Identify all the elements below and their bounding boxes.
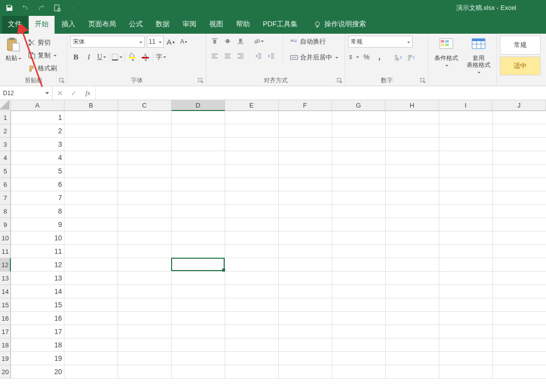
cell[interactable]	[279, 365, 332, 379]
tab-help[interactable]: 帮助	[230, 16, 256, 34]
cell[interactable]	[332, 365, 386, 379]
cell[interactable]	[172, 178, 225, 191]
cell[interactable]	[279, 298, 332, 312]
cell[interactable]	[439, 205, 493, 218]
merge-center-button[interactable]: 合并后居中	[289, 52, 339, 63]
cell[interactable]	[386, 205, 439, 218]
row-header[interactable]: 17	[0, 325, 11, 338]
cell[interactable]	[332, 178, 386, 191]
cell[interactable]	[172, 258, 225, 272]
cell[interactable]	[64, 218, 118, 231]
cell[interactable]	[332, 352, 386, 365]
cell[interactable]	[64, 111, 118, 124]
cell[interactable]	[118, 124, 172, 138]
row-header[interactable]: 1	[0, 111, 11, 124]
cell[interactable]	[64, 231, 118, 245]
conditional-format-button[interactable]: 条件格式	[431, 36, 461, 69]
align-center-icon[interactable]	[222, 51, 233, 61]
cell[interactable]	[172, 338, 225, 352]
cell[interactable]	[493, 205, 546, 218]
cell[interactable]	[64, 151, 118, 165]
row-header[interactable]: 10	[0, 231, 11, 245]
cell[interactable]	[64, 124, 118, 138]
cell[interactable]	[332, 325, 386, 338]
cell[interactable]	[332, 298, 386, 312]
column-header[interactable]: H	[385, 100, 439, 111]
cell[interactable]	[172, 138, 225, 151]
cell[interactable]	[172, 205, 225, 218]
cell[interactable]	[332, 245, 386, 258]
cell[interactable]	[493, 365, 546, 379]
cell[interactable]	[332, 165, 386, 178]
cell[interactable]: 17	[11, 325, 64, 338]
cell[interactable]: 1	[11, 111, 64, 124]
cell[interactable]	[64, 258, 118, 272]
cell[interactable]	[118, 218, 172, 231]
cell[interactable]	[332, 231, 386, 245]
cell[interactable]	[225, 272, 279, 285]
select-all-corner[interactable]	[0, 100, 11, 111]
cell[interactable]	[493, 352, 546, 365]
enter-icon[interactable]: ✓	[69, 89, 78, 98]
cell[interactable]	[64, 285, 118, 298]
tell-me-search[interactable]: 操作说明搜索	[307, 16, 372, 34]
cell[interactable]	[439, 151, 493, 165]
cell[interactable]	[439, 312, 493, 325]
cell[interactable]	[118, 258, 172, 272]
row-header[interactable]: 9	[0, 218, 11, 231]
cell[interactable]: 15	[11, 298, 64, 312]
cell[interactable]	[493, 285, 546, 298]
cell[interactable]	[118, 151, 172, 165]
cell[interactable]: 20	[11, 365, 64, 379]
row-header[interactable]: 15	[0, 298, 11, 312]
row-header[interactable]: 16	[0, 312, 11, 325]
column-header[interactable]: G	[332, 100, 385, 111]
cell[interactable]: 6	[11, 178, 64, 191]
cell[interactable]	[225, 298, 279, 312]
cell[interactable]	[386, 165, 439, 178]
font-size-combo[interactable]: 11	[147, 36, 164, 48]
cell[interactable]: 18	[11, 338, 64, 352]
cell[interactable]	[386, 272, 439, 285]
cell[interactable]	[118, 298, 172, 312]
cell[interactable]	[386, 298, 439, 312]
cell[interactable]	[225, 245, 279, 258]
cell[interactable]	[386, 111, 439, 124]
cell[interactable]	[332, 111, 386, 124]
cell[interactable]	[172, 124, 225, 138]
cell[interactable]	[225, 138, 279, 151]
cell[interactable]	[332, 151, 386, 165]
row-header[interactable]: 2	[0, 124, 11, 138]
cell[interactable]	[386, 218, 439, 231]
cell[interactable]	[332, 285, 386, 298]
cell[interactable]	[386, 325, 439, 338]
cell[interactable]	[172, 151, 225, 165]
accounting-format-icon[interactable]: $	[348, 52, 359, 62]
cell[interactable]	[493, 325, 546, 338]
cell[interactable]	[225, 165, 279, 178]
cell[interactable]	[493, 245, 546, 258]
cell[interactable]	[493, 218, 546, 231]
cell[interactable]	[64, 352, 118, 365]
cell[interactable]	[118, 231, 172, 245]
cell[interactable]	[386, 151, 439, 165]
name-box[interactable]: D12	[0, 86, 53, 100]
cell[interactable]	[439, 285, 493, 298]
cell[interactable]: 19	[11, 352, 64, 365]
cell[interactable]	[439, 325, 493, 338]
cell[interactable]	[493, 231, 546, 245]
row-header[interactable]: 8	[0, 205, 11, 218]
cell[interactable]	[64, 191, 118, 205]
cell[interactable]	[439, 218, 493, 231]
cell[interactable]	[225, 338, 279, 352]
cell[interactable]: 16	[11, 312, 64, 325]
cell[interactable]	[118, 325, 172, 338]
cell[interactable]	[279, 218, 332, 231]
cell[interactable]	[172, 352, 225, 365]
cell[interactable]: 7	[11, 191, 64, 205]
cell[interactable]	[118, 272, 172, 285]
cell[interactable]	[386, 352, 439, 365]
comma-format-icon[interactable]: ,	[374, 52, 385, 62]
column-header[interactable]: J	[492, 100, 546, 111]
border-button[interactable]	[112, 52, 122, 62]
